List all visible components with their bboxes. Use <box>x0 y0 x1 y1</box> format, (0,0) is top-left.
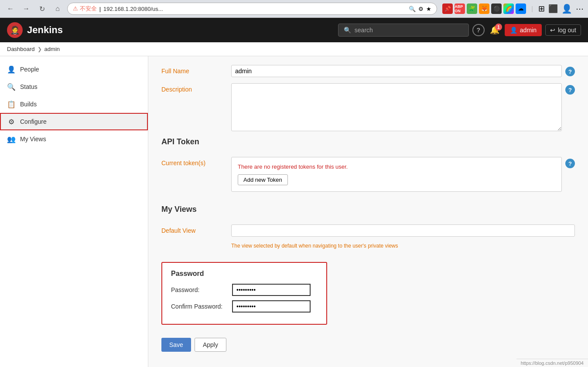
my-views-icon: 👥 <box>7 135 16 143</box>
jenkins-logo[interactable]: 🤵 Jenkins <box>7 22 63 38</box>
status-url: https://blog.csdn.net/p950904 <box>521 360 584 366</box>
full-name-help-icon[interactable]: ? <box>565 67 575 76</box>
confirm-password-label: Confirm Password: <box>171 303 232 310</box>
my-views-section: My Views Default View The view selected … <box>161 205 575 249</box>
add-token-button[interactable]: Add new Token <box>238 174 288 185</box>
description-row: Description ? <box>161 83 575 131</box>
sidebar-label-configure: Configure <box>20 118 47 125</box>
sidebar: 👤 People 🔍 Status 📋 Builds ⚙ Configure 👥… <box>0 56 148 367</box>
default-view-hint: The view selected by default when naviga… <box>231 243 575 249</box>
forward-button[interactable]: → <box>20 3 32 15</box>
my-views-title: My Views <box>161 205 575 217</box>
sidebar-item-my-views[interactable]: 👥 My Views <box>0 130 148 148</box>
description-help-icon[interactable]: ? <box>565 85 575 95</box>
extensions: 📌 ABP ON 🧩 🦊 ⚫ 🌈 ☁ <box>442 3 526 14</box>
token-box: There are no registered tokens for this … <box>231 157 562 192</box>
ext-pocket[interactable]: 📌 <box>442 3 453 14</box>
home-button[interactable]: ⌂ <box>51 3 64 15</box>
refresh-button[interactable]: ↻ <box>36 3 48 15</box>
collections-icon[interactable]: ⊞ <box>538 4 545 14</box>
people-icon: 👤 <box>7 65 16 74</box>
jenkins-header: 🤵 Jenkins 🔍 ? 🔔 1 👤 admin ↩ log out <box>0 18 588 42</box>
status-bar: https://blog.csdn.net/p950904 <box>516 359 588 367</box>
back-button[interactable]: ← <box>4 3 17 15</box>
apply-button[interactable]: Apply <box>195 338 226 352</box>
api-token-title: API Token <box>161 137 575 150</box>
ext-3[interactable]: ⚫ <box>491 3 502 14</box>
default-view-row: Default View <box>161 224 575 237</box>
ext-abp[interactable]: ABP ON <box>455 3 465 14</box>
search-icon: 🔍 <box>344 27 351 34</box>
breadcrumb-dashboard[interactable]: Dashboard <box>7 46 35 52</box>
logout-icon: ↩ <box>550 27 555 34</box>
bookmark-icon: ★ <box>426 6 431 12</box>
sidebar-label-builds: Builds <box>20 101 37 108</box>
ext-1[interactable]: 🧩 <box>467 3 477 14</box>
user-menu-button[interactable]: 👤 admin <box>505 24 542 36</box>
full-name-label: Full Name <box>161 65 231 75</box>
action-buttons: Save Apply <box>161 338 575 352</box>
confirm-password-input[interactable] <box>232 300 311 313</box>
configure-icon: ⚙ <box>7 117 16 126</box>
sidebar-label-people: People <box>20 66 39 73</box>
browser-chrome: ← → ↻ ⌂ ⚠ 不安全 | 192.168.1.20:8080/us... … <box>0 0 588 18</box>
password-section: Password Password: Confirm Password: <box>161 262 327 325</box>
ext-4[interactable]: 🌈 <box>503 3 514 14</box>
sidebar-item-people[interactable]: 👤 People <box>0 61 148 78</box>
jenkins-icon: 🤵 <box>7 22 23 38</box>
url-text: 192.168.1.20:8080/us... <box>103 6 406 12</box>
lens-icon: 🔍 <box>409 6 416 12</box>
search-container: 🔍 <box>338 24 469 37</box>
password-label: Password: <box>171 286 232 293</box>
description-input[interactable] <box>231 83 562 131</box>
status-icon: 🔍 <box>7 82 16 91</box>
search-input[interactable] <box>355 27 463 34</box>
username-label: admin <box>520 27 537 34</box>
sidebar-item-builds[interactable]: 📋 Builds <box>0 95 148 113</box>
default-view-label: Default View <box>161 224 231 234</box>
password-title: Password <box>171 270 318 278</box>
content-area: Full Name ? Description ? API Token Curr… <box>148 56 588 367</box>
main-layout: 👤 People 🔍 Status 📋 Builds ⚙ Configure 👥… <box>0 56 588 367</box>
notifications-bell[interactable]: 🔔 1 <box>490 25 499 35</box>
reader-icon: ⚙ <box>418 6 424 12</box>
address-bar[interactable]: ⚠ 不安全 | 192.168.1.20:8080/us... 🔍 ⚙ ★ <box>67 3 437 15</box>
current-tokens-row: Current token(s) There are no registered… <box>161 157 575 192</box>
separator-bar: | <box>531 5 533 12</box>
address-separator: | <box>99 6 101 12</box>
password-row: Password: <box>171 284 318 296</box>
full-name-input[interactable] <box>231 65 562 77</box>
logout-button[interactable]: ↩ log out <box>545 24 581 36</box>
screenshot-icon[interactable]: ⬛ <box>548 4 558 14</box>
no-tokens-text: There are no registered tokens for this … <box>238 163 555 170</box>
sidebar-label-status: Status <box>20 83 38 90</box>
save-button[interactable]: Save <box>161 338 191 352</box>
sidebar-item-configure[interactable]: ⚙ Configure <box>0 113 148 130</box>
user-icon: 👤 <box>510 27 517 34</box>
help-button[interactable]: ? <box>472 24 485 36</box>
ext-2[interactable]: 🦊 <box>479 3 489 14</box>
ext-5[interactable]: ☁ <box>516 3 526 14</box>
api-token-section: API Token Current token(s) There are no … <box>161 137 575 192</box>
sidebar-item-status[interactable]: 🔍 Status <box>0 78 148 95</box>
breadcrumb-arrow: ❯ <box>38 46 42 52</box>
logout-label: log out <box>558 27 576 34</box>
profile-icon[interactable]: 👤 <box>561 3 572 14</box>
security-warning: ⚠ 不安全 <box>73 5 97 13</box>
token-help-icon[interactable]: ? <box>565 159 575 168</box>
confirm-password-row: Confirm Password: <box>171 300 318 313</box>
full-name-row: Full Name ? <box>161 65 575 77</box>
default-view-input[interactable] <box>231 224 575 237</box>
notification-badge: 1 <box>495 24 502 31</box>
sidebar-label-my-views: My Views <box>20 136 46 143</box>
description-label: Description <box>161 83 231 93</box>
jenkins-title: Jenkins <box>27 24 63 36</box>
breadcrumb: Dashboard ❯ admin <box>0 42 588 56</box>
current-tokens-label: Current token(s) <box>161 157 231 167</box>
password-section-wrapper: Password Password: Confirm Password: <box>161 262 575 333</box>
builds-icon: 📋 <box>7 100 16 109</box>
more-menu-icon[interactable]: ⋯ <box>576 4 584 14</box>
breadcrumb-current: admin <box>44 46 60 52</box>
password-input[interactable] <box>232 284 311 296</box>
